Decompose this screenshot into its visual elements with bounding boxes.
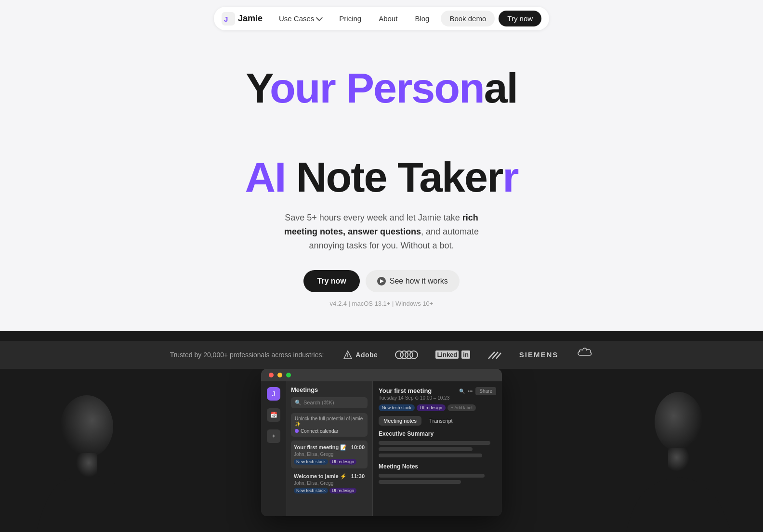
nav-links: Use Cases Pricing About Blog — [271, 11, 437, 26]
meeting-item-2[interactable]: Welcome to jamie ⚡ 11:30 John, Elisa, Gr… — [291, 469, 368, 497]
adobe-icon — [343, 350, 353, 360]
tab-transcript[interactable]: Transcript — [424, 416, 458, 426]
meeting-name-2: Welcome to jamie ⚡ — [294, 473, 347, 480]
text-line-5 — [379, 480, 461, 484]
svg-rect-9 — [116, 369, 164, 532]
meeting-name-1: Your first meeting 📝 — [294, 444, 347, 451]
app-topbar — [261, 369, 502, 381]
label-tag-add[interactable]: + Add label — [447, 404, 476, 411]
logo-text: Jamie — [238, 13, 263, 24]
tab-meeting-notes[interactable]: Meeting notes — [379, 416, 421, 426]
svg-point-7 — [60, 395, 113, 458]
executive-summary-title: Executive Summary — [379, 430, 496, 437]
logo-icon: J — [222, 12, 235, 26]
person-left-svg — [0, 369, 164, 532]
sidebar-jamie-icon: J — [267, 387, 280, 401]
salesforce-logo — [576, 348, 593, 362]
text-line-3 — [379, 454, 482, 457]
linkedin-text: Linked — [435, 350, 459, 359]
meeting-tags-2: New tech stack UI redesign — [294, 488, 365, 493]
meeting-notes-title: Meeting Notes — [379, 463, 496, 470]
navbar: J Jamie Use Cases Pricing About Blog Boo… — [0, 0, 763, 37]
sidebar-calendar-icon: 📅 — [267, 408, 280, 422]
title-personal: Person — [346, 64, 484, 112]
search-action-icon[interactable]: 🔍 — [459, 389, 465, 394]
hero-section: Your Personal AI Note Takerr Save 5+ hou… — [0, 37, 763, 331]
meeting-date: Tuesday 14 Sep — [379, 395, 413, 401]
hero-title: Your Personal AI Note Takerr — [10, 66, 753, 199]
text-line-2 — [379, 447, 473, 451]
title-our: our — [270, 64, 346, 112]
meeting-time-1: 10:00 — [351, 444, 365, 451]
siemens-logo: SIEMENS — [519, 350, 559, 359]
audi-logo — [395, 350, 418, 359]
label-tag-tech: New tech stack — [379, 404, 415, 411]
notification-text: Unlock the full potential of jamie ✨ — [295, 416, 364, 427]
person-left — [0, 369, 164, 532]
title-ai: AI — [245, 153, 296, 201]
dot-green — [286, 373, 291, 377]
play-icon — [377, 277, 386, 285]
salesforce-icon — [576, 348, 593, 362]
hero-title-line2: AI Note Takerr — [10, 155, 753, 199]
adobe-text: Adobe — [355, 351, 378, 359]
tag-tech-stack-2: New tech stack — [294, 488, 328, 493]
audi-rings — [395, 350, 418, 359]
meeting-header: Your first meeting Tuesday 14 Sep ⊙ 10:0… — [379, 387, 496, 401]
text-line-4 — [379, 474, 485, 478]
adidas-icon — [487, 350, 502, 360]
more-action-icon[interactable]: ••• — [468, 389, 473, 394]
app-screenshot: J 📅 ✦ Meetings 🔍 Search (⌘K) Unlock the … — [261, 369, 502, 516]
meeting-meta: Tuesday 14 Sep ⊙ 10:00 – 10:23 — [379, 395, 449, 401]
meeting-title-2: Welcome to jamie ⚡ 11:30 — [294, 473, 365, 480]
label-tag-ui: UI redesign — [417, 404, 446, 411]
svg-point-11 — [655, 392, 703, 452]
nav-container: J Jamie Use Cases Pricing About Blog Boo… — [214, 7, 549, 30]
svg-text:J: J — [224, 15, 228, 23]
panel-title: Meetings — [291, 386, 368, 393]
share-button[interactable]: Share — [475, 387, 496, 395]
meeting-tags-1: New tech stack UI redesign — [294, 459, 365, 465]
book-demo-button[interactable]: Book demo — [441, 11, 495, 26]
linkedin-in: in — [461, 350, 470, 359]
logo[interactable]: J Jamie — [222, 12, 263, 26]
search-placeholder: Search (⌘K) — [303, 400, 334, 406]
meeting-participants-1: John, Elisa, Gregg — [294, 452, 365, 457]
audi-ring-4 — [409, 350, 418, 359]
trusted-bar: Trusted by 20,000+ professionals across … — [0, 341, 763, 369]
dot-red — [269, 373, 274, 377]
hero-title-line1: Your Personal — [10, 66, 753, 110]
meeting-notes-section: Meeting Notes — [379, 463, 496, 484]
title-r: r — [502, 153, 518, 201]
nav-link-use-cases[interactable]: Use Cases — [271, 11, 329, 26]
meeting-actions: 🔍 ••• Share — [459, 387, 496, 395]
nav-link-pricing[interactable]: Pricing — [331, 11, 369, 26]
see-how-button[interactable]: See how it works — [366, 270, 460, 292]
try-now-hero-button[interactable]: Try now — [303, 270, 359, 292]
executive-summary-section: Executive Summary — [379, 430, 496, 457]
title-note: Note Taker — [296, 153, 502, 201]
hero-subtitle: Save 5+ hours every week and let Jamie t… — [280, 211, 483, 252]
nav-link-about[interactable]: About — [371, 11, 405, 26]
meeting-time-2: 11:30 — [351, 473, 365, 480]
main-meeting-title: Your first meeting — [379, 387, 449, 394]
try-now-nav-button[interactable]: Try now — [499, 11, 541, 26]
purple-dot — [295, 429, 299, 433]
nav-link-blog[interactable]: Blog — [407, 11, 437, 26]
sidebar-star-icon: ✦ — [267, 429, 280, 443]
meeting-item-1[interactable]: Your first meeting 📝 10:00 John, Elisa, … — [291, 441, 368, 468]
chevron-down-icon — [316, 14, 323, 21]
see-how-label: See how it works — [390, 277, 448, 285]
tag-ui-redesign-1: UI redesign — [329, 459, 356, 465]
version-info: v4.2.4 | macOS 13.1+ | Windows 10+ — [10, 300, 753, 307]
app-search: 🔍 Search (⌘K) — [291, 397, 368, 408]
meeting-title-area: Your first meeting Tuesday 14 Sep ⊙ 10:0… — [379, 387, 449, 401]
connect-calendar-text: Connect calendar — [301, 428, 338, 434]
linkedin-logo: Linkedin — [435, 350, 470, 359]
svg-rect-12 — [668, 448, 689, 471]
title-y: Y — [246, 64, 270, 112]
siemens-text: SIEMENS — [519, 350, 559, 359]
title-al: al — [484, 64, 517, 112]
content-tabs: Meeting notes Transcript — [379, 416, 496, 426]
app-section: Trusted by 20,000+ professionals across … — [0, 331, 763, 532]
